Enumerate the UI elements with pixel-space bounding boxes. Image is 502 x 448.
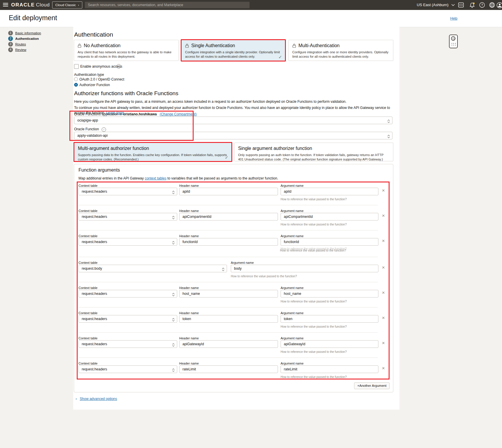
helper-link[interactable]: How to reference the value passed to the… [281, 198, 347, 201]
card-single-argument[interactable]: Single argument authorizer function Only… [234, 143, 393, 161]
context-table-select[interactable]: request.headers [78, 290, 177, 297]
context-table-select[interactable]: request.headers [78, 340, 177, 348]
search-input[interactable] [85, 2, 250, 8]
helper-link[interactable]: How to reference the value passed to the… [281, 325, 347, 328]
remove-argument-icon[interactable]: × [382, 214, 385, 218]
radio-oauth2-openid[interactable] [74, 77, 78, 81]
oracle-function-label: Oracle Function i [74, 127, 106, 132]
radio-authorizer-function-label[interactable]: Authorizer Function [79, 83, 110, 87]
help-link[interactable]: Help [450, 16, 457, 20]
header-name-label: Header name [179, 234, 199, 238]
another-argument-button[interactable]: +Another Argument [354, 382, 390, 389]
argument-name-input[interactable]: apiCompartmentId [281, 213, 378, 220]
context-table-select[interactable]: request.headers [78, 238, 177, 246]
oracle-functions-app-select[interactable]: ociapigw-app [74, 117, 392, 124]
remove-argument-icon[interactable]: × [382, 291, 385, 295]
show-advanced-options[interactable]: ›Show advanced options [76, 396, 117, 401]
enable-anonymous-access-checkbox[interactable] [74, 64, 79, 69]
remove-argument-icon[interactable]: × [382, 341, 385, 345]
label-text: Oracle Function [74, 127, 99, 131]
helper-link[interactable]: How to reference the value passed to the… [281, 350, 347, 353]
context-table-select[interactable]: request.body [78, 265, 227, 272]
context-table-label: Context table [78, 261, 98, 264]
lock-icon [292, 44, 296, 48]
argument-name-input[interactable]: apiId [281, 188, 378, 195]
info-icon[interactable]: i [102, 127, 106, 132]
remove-argument-icon[interactable]: × [382, 366, 385, 370]
region-selector[interactable]: US East (Ashburn) [417, 0, 455, 10]
argument-name-input[interactable]: body [231, 265, 378, 272]
argument-name-input[interactable]: host_name [281, 290, 378, 297]
helper-link[interactable]: How to reference the value passed to the… [280, 249, 346, 252]
function-argument-row: Context tablerequest.headersHeader namea… [78, 184, 389, 208]
page-header [0, 10, 502, 27]
remove-argument-icon[interactable]: × [382, 316, 385, 320]
step-label[interactable]: Review [15, 48, 26, 52]
card-description: Only supports passing an auth token to t… [238, 153, 390, 162]
header-name-input[interactable]: apiCompartmentId [179, 213, 278, 220]
helper-link[interactable]: How to reference the value passed to the… [281, 300, 347, 303]
context-table-select[interactable]: request.headers [78, 188, 177, 195]
compartment-name: cristiano.hoshikawa [123, 112, 157, 116]
header-name-input[interactable]: rateLimit [179, 365, 278, 373]
remove-argument-icon[interactable]: × [382, 239, 385, 243]
function-argument-row: Context tablerequest.headersHeader namer… [78, 362, 389, 386]
card-description: Configure integration with a single iden… [185, 50, 281, 59]
step-label[interactable]: Basic information [15, 31, 41, 35]
language-globe-icon[interactable] [489, 2, 495, 8]
select-value: request.headers [82, 189, 107, 194]
function-argument-row: Context tablerequest.headersHeader namea… [78, 336, 389, 360]
radio-authorizer-function[interactable] [74, 83, 78, 87]
header-name-input[interactable]: apiId [179, 188, 278, 195]
card-title: Single argument authorizer function [238, 146, 312, 151]
helper-link[interactable]: How to reference the value passed to the… [281, 375, 347, 379]
developer-console-icon[interactable] [458, 2, 464, 8]
stepper-item-routes[interactable]: 3Routes [8, 42, 26, 47]
context-tables-link[interactable]: context tables [145, 176, 166, 180]
helper-link[interactable]: How to reference the value passed to the… [231, 275, 297, 278]
authorizer-section-title: Authorizer functions with Oracle Functio… [74, 90, 178, 97]
card-no-authentication[interactable]: No Authentication Any client that has ne… [74, 40, 179, 61]
user-avatar-icon[interactable] [496, 2, 502, 8]
header-name-input[interactable]: host_name [179, 290, 278, 297]
context-table-label: Context table [78, 184, 98, 187]
select-spinner-icon [387, 119, 390, 123]
argument-name-input[interactable]: apiGatewayId [281, 340, 378, 348]
remove-argument-icon[interactable]: × [382, 189, 385, 193]
notifications-icon[interactable] [469, 2, 475, 8]
card-multi-authentication[interactable]: Multi-Authentication Configure integrati… [288, 40, 393, 61]
radio-oauth2-openid-label[interactable]: OAuth 2.0 / OpenID Connect [79, 77, 124, 81]
context-table-select[interactable]: request.headers [78, 213, 177, 220]
info-icon[interactable]: i [117, 64, 121, 69]
grid-dots-icon [451, 42, 456, 47]
card-single-authentication[interactable]: Single Authentication Configure integrat… [181, 39, 286, 61]
header-name-input[interactable]: functionId [179, 238, 278, 246]
change-compartment-link[interactable]: (Change Compartment) [160, 112, 197, 116]
cloud-classic-label: Cloud Classic [55, 3, 76, 7]
stepper-item-review[interactable]: 4Review [8, 47, 26, 53]
cloud-classic-button[interactable]: Cloud Classic› [52, 1, 82, 8]
header-name-label: Header name [179, 209, 199, 213]
hamburger-menu-icon[interactable] [3, 3, 8, 7]
header-name-input[interactable]: token [179, 315, 278, 323]
step-label[interactable]: Routes [15, 42, 26, 46]
context-table-select[interactable]: request.headers [78, 365, 177, 373]
helper-link[interactable]: How to reference the value passed to the… [281, 223, 347, 226]
unlock-icon [78, 44, 81, 48]
oracle-function-select[interactable]: apply-validation-api [74, 132, 392, 139]
stepper-item-basic-information[interactable]: 1Basic information [8, 30, 41, 36]
argument-name-input[interactable]: functionId [281, 238, 378, 246]
argument-name-label: Argument name [281, 209, 303, 213]
context-table-select[interactable]: request.headers [78, 315, 177, 323]
show-advanced-options-link[interactable]: Show advanced options [80, 397, 117, 401]
header-name-input[interactable]: apiGatewayId [179, 340, 278, 348]
help-icon[interactable]: ? [479, 2, 485, 8]
stepper-item-authentication[interactable]: 2Authentication [8, 36, 39, 42]
remove-argument-icon[interactable]: × [382, 266, 385, 270]
select-value: apply-validation-api [77, 134, 107, 138]
oracle-cloud-logo[interactable]: ORACLECloud [11, 0, 50, 10]
console-assistant-widget[interactable] [449, 35, 458, 48]
argument-name-input[interactable]: rateLimit [281, 365, 378, 373]
card-multi-argument[interactable]: Multi-argument authorizer function Suppo… [74, 142, 232, 162]
argument-name-input[interactable]: token [281, 315, 378, 323]
